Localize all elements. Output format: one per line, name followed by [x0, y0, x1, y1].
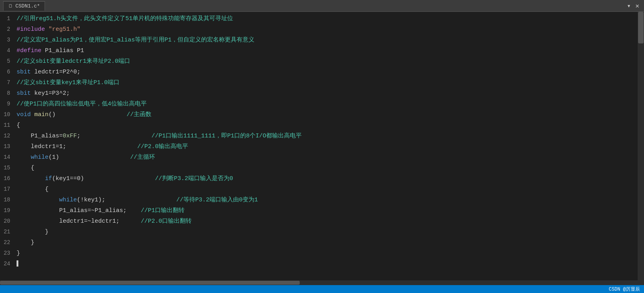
line-content: //使P1口的高四位输出低电平，低4位输出高电平 — [17, 99, 644, 109]
code-line: 14 while(1) //主循环 — [0, 152, 644, 163]
line-number: 20 — [0, 216, 17, 227]
code-line: 7//定义sbit变量key1来寻址P1.0端口 — [0, 77, 644, 88]
code-line: 2#include "reg51.h" — [0, 24, 644, 35]
line-number: 13 — [0, 141, 17, 152]
code-line: 17 { — [0, 184, 644, 195]
statusbar: CSDN @厉显辰 — [0, 285, 644, 293]
line-content: } — [17, 227, 644, 237]
code-line: 3//定义宏P1_alias为P1，使用宏P1_alias等用于引用P1，但自定… — [0, 35, 644, 45]
code-line: 23} — [0, 248, 644, 259]
code-line: 22 } — [0, 237, 644, 248]
code-line: 1//引用reg51.h头文件，此头文件定义了51单片机的特殊功能寄存器及其可寻… — [0, 13, 644, 24]
code-line: 4#define P1_alias P1 — [0, 45, 644, 56]
line-number: 9 — [0, 99, 17, 109]
line-number: 2 — [0, 24, 17, 35]
line-number: 5 — [0, 56, 17, 67]
line-number: 1 — [0, 13, 17, 24]
line-content: ledctr1=1; //P2.0输出高电平 — [17, 141, 644, 152]
line-content: #include "reg51.h" — [17, 24, 644, 35]
line-number: 6 — [0, 67, 17, 77]
line-content: #define P1_alias P1 — [17, 45, 644, 56]
line-number: 11 — [0, 120, 17, 131]
scrollbar-thumb[interactable] — [0, 281, 300, 285]
close-button[interactable]: ✕ — [634, 2, 641, 10]
line-number: 7 — [0, 77, 17, 88]
line-content: ledctr1=~ledctr1; //P2.0口输出翻转 — [17, 216, 644, 227]
line-number: 4 — [0, 45, 17, 56]
file-icon: 🗋 — [8, 3, 13, 9]
minimize-button[interactable]: ▾ — [625, 2, 633, 10]
code-editor[interactable]: 1//引用reg51.h头文件，此头文件定义了51单片机的特殊功能寄存器及其可寻… — [0, 12, 644, 285]
line-content: { — [17, 163, 644, 173]
line-content: } — [17, 237, 644, 248]
line-content: P1_alias=~P1_alias; //P1口输出翻转 — [17, 205, 644, 216]
vertical-scrollbar[interactable] — [638, 12, 644, 285]
line-content: ▌ — [17, 259, 644, 269]
line-content: //定义sbit变量ledctr1来寻址P2.0端口 — [17, 56, 644, 67]
code-line: 21 } — [0, 227, 644, 237]
line-number: 18 — [0, 195, 17, 205]
titlebar: 🗋 CSDN1.c* ▾ ✕ — [0, 0, 644, 12]
code-line: 13 ledctr1=1; //P2.0输出高电平 — [0, 141, 644, 152]
line-content: { — [17, 120, 644, 131]
code-line: 9//使P1口的高四位输出低电平，低4位输出高电平 — [0, 99, 644, 109]
code-line: 8sbit key1=P3^2; — [0, 88, 644, 99]
line-number: 24 — [0, 259, 17, 269]
line-number: 3 — [0, 35, 17, 45]
line-number: 8 — [0, 88, 17, 99]
editor-tab[interactable]: 🗋 CSDN1.c* — [3, 1, 45, 11]
line-content: //定义sbit变量key1来寻址P1.0端口 — [17, 77, 644, 88]
line-number: 23 — [0, 248, 17, 259]
line-number: 21 — [0, 227, 17, 237]
line-content: //引用reg51.h头文件，此头文件定义了51单片机的特殊功能寄存器及其可寻址… — [17, 13, 644, 24]
line-number: 15 — [0, 163, 17, 173]
line-content: //定义宏P1_alias为P1，使用宏P1_alias等用于引用P1，但自定义… — [17, 35, 644, 45]
line-content: } — [17, 248, 644, 259]
line-number: 10 — [0, 109, 17, 120]
code-line: 15 { — [0, 163, 644, 173]
code-line: 16 if(key1==0) //判断P3.2端口输入是否为0 — [0, 173, 644, 184]
vscrollbar-thumb[interactable] — [638, 12, 644, 43]
code-line: 6sbit ledctr1=P2^0; — [0, 67, 644, 77]
code-line: 12 P1_alias=0xFF; //P1口输出1111_1111，即P1口的… — [0, 131, 644, 141]
line-content: sbit ledctr1=P2^0; — [17, 67, 644, 77]
code-line: 11{ — [0, 120, 644, 131]
tab-label: CSDN1.c* — [15, 3, 40, 9]
line-number: 19 — [0, 205, 17, 216]
statusbar-text: CSDN @厉显辰 — [609, 286, 640, 293]
window-controls: ▾ ✕ — [625, 2, 641, 10]
line-content: while(!key1); //等待P3.2端口输入由0变为1 — [17, 195, 644, 205]
line-content: { — [17, 184, 644, 195]
line-content: sbit key1=P3^2; — [17, 88, 644, 99]
code-line: 10void main() //主函数 — [0, 109, 644, 120]
line-number: 22 — [0, 237, 17, 248]
line-number: 17 — [0, 184, 17, 195]
code-line: 5//定义sbit变量ledctr1来寻址P2.0端口 — [0, 56, 644, 67]
line-content: while(1) //主循环 — [17, 152, 644, 163]
code-line: 19 P1_alias=~P1_alias; //P1口输出翻转 — [0, 205, 644, 216]
line-number: 16 — [0, 173, 17, 184]
line-content: if(key1==0) //判断P3.2端口输入是否为0 — [17, 173, 644, 184]
code-line: 24▌ — [0, 259, 644, 269]
code-line: 20 ledctr1=~ledctr1; //P2.0口输出翻转 — [0, 216, 644, 227]
horizontal-scrollbar[interactable] — [0, 280, 638, 285]
line-number: 14 — [0, 152, 17, 163]
line-content: void main() //主函数 — [17, 109, 644, 120]
code-line: 18 while(!key1); //等待P3.2端口输入由0变为1 — [0, 195, 644, 205]
line-content: P1_alias=0xFF; //P1口输出1111_1111，即P1口的8个I… — [17, 131, 644, 141]
line-number: 12 — [0, 131, 17, 141]
